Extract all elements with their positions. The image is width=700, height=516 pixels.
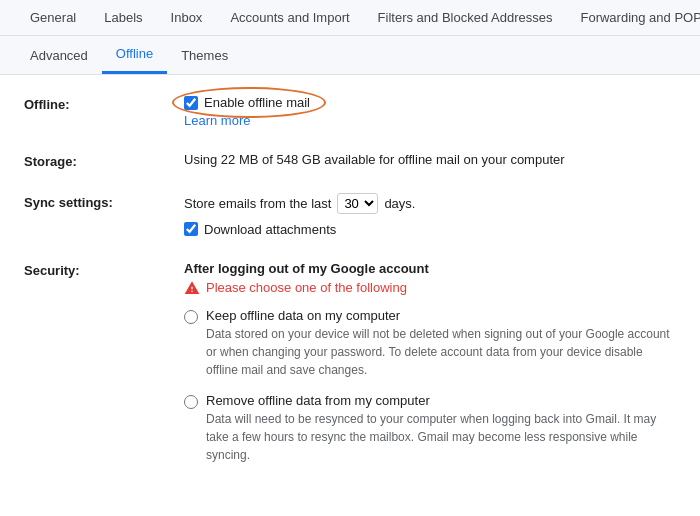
learn-more-link[interactable]: Learn more <box>184 113 676 128</box>
sync-days-row: Store emails from the last 10 30 60 90 d… <box>184 193 676 214</box>
tab-themes[interactable]: Themes <box>167 38 242 73</box>
tab-advanced[interactable]: Advanced <box>16 38 102 73</box>
sync-label: Sync settings: <box>24 193 184 210</box>
sync-row: Sync settings: Store emails from the las… <box>24 193 676 237</box>
warning-row: Please choose one of the following <box>184 280 676 296</box>
storage-text: Using 22 MB of 548 GB available for offl… <box>184 152 565 167</box>
offline-label: Offline: <box>24 95 184 112</box>
security-value: After logging out of my Google account P… <box>184 261 676 478</box>
storage-value: Using 22 MB of 548 GB available for offl… <box>184 152 676 167</box>
nav-forwarding[interactable]: Forwarding and POP/IMAP <box>566 0 700 35</box>
sync-value: Store emails from the last 10 30 60 90 d… <box>184 193 676 237</box>
nav-accounts[interactable]: Accounts and Import <box>216 0 363 35</box>
store-suffix: days. <box>384 196 415 211</box>
download-attachments-text: Download attachments <box>204 222 336 237</box>
radio-remove-desc: Data will need to be resynced to your co… <box>206 410 676 464</box>
offline-row: Offline: Enable offline mail Learn more <box>24 95 676 128</box>
radio-keep-desc: Data stored on your device will not be d… <box>206 325 676 379</box>
offline-enable-container: Enable offline mail <box>184 95 310 110</box>
download-attachments-label[interactable]: Download attachments <box>184 222 676 237</box>
nav-inbox[interactable]: Inbox <box>157 0 217 35</box>
security-label: Security: <box>24 261 184 278</box>
warning-icon <box>184 280 200 296</box>
sub-nav: Advanced Offline Themes <box>0 36 700 75</box>
radio-keep-content: Keep offline data on my computer Data st… <box>206 308 676 379</box>
download-attachments-checkbox[interactable] <box>184 222 198 236</box>
tab-offline[interactable]: Offline <box>102 36 167 74</box>
settings-content: Offline: Enable offline mail Learn more … <box>0 75 700 516</box>
radio-option-remove: Remove offline data from my computer Dat… <box>184 393 676 464</box>
nav-general[interactable]: General <box>16 0 90 35</box>
days-select[interactable]: 10 30 60 90 <box>337 193 378 214</box>
security-section-title: After logging out of my Google account <box>184 261 676 276</box>
radio-remove-title: Remove offline data from my computer <box>206 393 676 408</box>
store-prefix: Store emails from the last <box>184 196 331 211</box>
enable-offline-label[interactable]: Enable offline mail <box>184 95 310 110</box>
radio-keep[interactable] <box>184 310 198 324</box>
storage-row: Storage: Using 22 MB of 548 GB available… <box>24 152 676 169</box>
radio-keep-title: Keep offline data on my computer <box>206 308 676 323</box>
radio-remove-content: Remove offline data from my computer Dat… <box>206 393 676 464</box>
enable-offline-checkbox[interactable] <box>184 96 198 110</box>
nav-labels[interactable]: Labels <box>90 0 156 35</box>
radio-option-keep: Keep offline data on my computer Data st… <box>184 308 676 379</box>
warning-text: Please choose one of the following <box>206 280 407 295</box>
radio-remove[interactable] <box>184 395 198 409</box>
offline-value: Enable offline mail Learn more <box>184 95 676 128</box>
top-nav: General Labels Inbox Accounts and Import… <box>0 0 700 36</box>
nav-filters[interactable]: Filters and Blocked Addresses <box>364 0 567 35</box>
security-row: Security: After logging out of my Google… <box>24 261 676 478</box>
storage-label: Storage: <box>24 152 184 169</box>
enable-offline-text: Enable offline mail <box>204 95 310 110</box>
